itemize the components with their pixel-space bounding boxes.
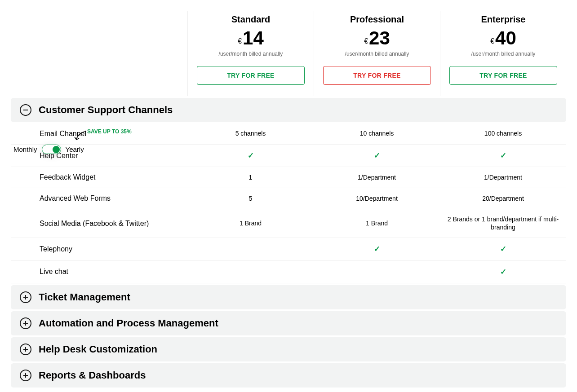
feature-val-standard: 1 Brand [187, 209, 314, 238]
pricing-header: SAVE UP TO 35% Monthly Yearly Standard €… [0, 0, 577, 96]
feature-label: Advanced Web Forms [11, 188, 187, 209]
feature-row: Help Center ✓ ✓ ✓ [11, 145, 566, 167]
billing-toggle[interactable] [42, 145, 61, 154]
arrow-icon [74, 130, 87, 142]
feature-val-professional: 10/Department [314, 188, 440, 209]
feature-val-professional: 10 channels [314, 123, 440, 144]
feature-val-standard: 1 [187, 167, 314, 188]
section-title: Reports & Dashboards [39, 370, 146, 381]
section-customer-support-channels-rows: Email Channel 5 channels 10 channels 100… [0, 123, 577, 283]
feature-row: Social Media (Facebook & Twitter) 1 Bran… [11, 209, 566, 238]
feature-label: Social Media (Facebook & Twitter) [11, 209, 187, 238]
feature-row: Live chat ✓ [11, 261, 566, 283]
plan-sub: /user/month billed annually [197, 51, 305, 57]
section-ticket-management[interactable]: Ticket Management [11, 285, 566, 309]
expand-icon [20, 370, 31, 381]
feature-val-professional [314, 261, 440, 283]
feature-row: Feedback Widget 1 1/Department 1/Departm… [11, 167, 566, 188]
section-title: Automation and Process Management [39, 317, 218, 329]
plan-standard: Standard € 14 /user/month billed annuall… [187, 11, 314, 96]
feature-row: Telephony ✓ ✓ [11, 238, 566, 260]
feature-label: Telephony [11, 238, 187, 260]
feature-val-enterprise: 1/Department [440, 167, 566, 188]
plan-price: 23 [369, 27, 390, 49]
feature-val-enterprise: ✓ [440, 238, 566, 260]
expand-icon [20, 344, 31, 355]
feature-val-standard [187, 238, 314, 260]
plan-sub: /user/month billed annually [449, 51, 557, 57]
section-title: Help Desk Customization [39, 344, 157, 355]
section-help-desk-customization[interactable]: Help Desk Customization [11, 337, 566, 361]
feature-val-professional: 1/Department [314, 167, 440, 188]
section-automation-process-management[interactable]: Automation and Process Management [11, 311, 566, 335]
feature-val-enterprise: 100 channels [440, 123, 566, 144]
try-free-button-standard[interactable]: TRY FOR FREE [197, 66, 305, 85]
section-title: Ticket Management [39, 291, 130, 303]
plan-price: 40 [495, 27, 516, 49]
collapse-icon [20, 104, 31, 116]
check-icon: ✓ [500, 151, 506, 160]
check-icon: ✓ [500, 244, 506, 254]
plan-name: Standard [197, 14, 305, 25]
try-free-button-professional[interactable]: TRY FOR FREE [323, 66, 431, 85]
save-badge: SAVE UP TO 35% [87, 128, 132, 135]
check-icon: ✓ [248, 151, 254, 160]
feature-val-enterprise: 20/Department [440, 188, 566, 209]
plan-price: 14 [243, 27, 264, 49]
feature-val-standard [187, 261, 314, 283]
feature-row: Advanced Web Forms 5 10/Department 20/De… [11, 188, 566, 209]
plan-currency: € [238, 37, 242, 45]
feature-val-standard: ✓ [187, 145, 314, 167]
section-customer-support-channels[interactable]: Customer Support Channels [11, 98, 566, 122]
plan-sub: /user/month billed annually [323, 51, 431, 57]
plan-currency: € [490, 37, 494, 45]
expand-icon [20, 291, 31, 303]
feature-val-enterprise: ✓ [440, 145, 566, 167]
section-title: Customer Support Channels [39, 104, 173, 116]
try-free-button-enterprise[interactable]: TRY FOR FREE [449, 66, 557, 85]
feature-val-standard: 5 channels [187, 123, 314, 144]
feature-val-enterprise: ✓ [440, 261, 566, 283]
billing-monthly-label: Monthly [13, 145, 37, 153]
plan-professional: Professional € 23 /user/month billed ann… [314, 11, 440, 96]
feature-val-professional: 1 Brand [314, 209, 440, 238]
plan-currency: € [364, 37, 368, 45]
expand-icon [20, 317, 31, 329]
section-reports-dashboards[interactable]: Reports & Dashboards [11, 363, 566, 388]
check-icon: ✓ [500, 267, 506, 277]
feature-val-enterprise: 2 Brands or 1 brand/department if multi-… [440, 209, 566, 238]
feature-label: Feedback Widget [11, 167, 187, 188]
plan-name: Enterprise [449, 14, 557, 25]
feature-label: Live chat [11, 261, 187, 283]
billing-toggle-area: SAVE UP TO 35% Monthly Yearly [11, 91, 187, 96]
feature-val-professional: ✓ [314, 238, 440, 260]
feature-val-standard: 5 [187, 188, 314, 209]
plan-enterprise: Enterprise € 40 /user/month billed annua… [440, 11, 566, 96]
check-icon: ✓ [374, 151, 380, 160]
feature-val-professional: ✓ [314, 145, 440, 167]
plan-name: Professional [323, 14, 431, 25]
check-icon: ✓ [374, 244, 380, 254]
billing-yearly-label: Yearly [66, 145, 84, 153]
